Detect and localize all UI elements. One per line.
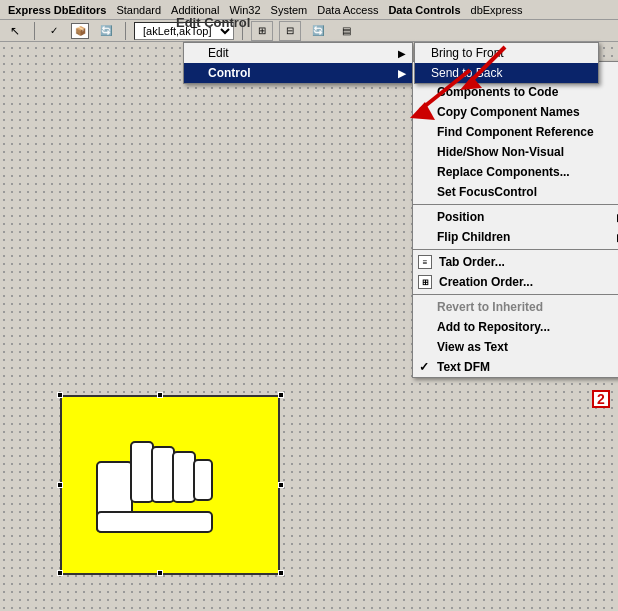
menu-item-control[interactable]: Control Rename Components... Components … [184,63,412,83]
submenu-copy-component-names[interactable]: Copy Component Names [413,102,618,122]
submenu-replace-components[interactable]: Replace Components... [413,162,618,182]
submenu-creation-order[interactable]: ⊞ Creation Order... [413,272,618,292]
control-submenu: Rename Components... Components to Code … [412,61,618,378]
separator1 [413,204,618,205]
menu-item-edit[interactable]: Edit [184,43,412,63]
extra-tool[interactable]: 🔄 [95,21,117,41]
submenu-set-focus[interactable]: Set FocusControl [413,182,618,202]
component-tool[interactable]: 📦 [71,23,89,39]
handle-tl[interactable] [57,392,63,398]
tab-data-controls[interactable]: Data Controls [384,4,464,16]
handle-mr[interactable] [278,482,284,488]
separator2 [413,249,618,250]
tab-system[interactable]: System [267,4,312,16]
yellow-component[interactable] [60,395,280,575]
anchor-dropdown[interactable]: [akLeft,akTop] [134,22,234,40]
tab-data-access[interactable]: Data Access [313,4,382,16]
pointer-tool[interactable]: ↖ [4,21,26,41]
submenu-position[interactable]: Position [413,207,618,227]
divider2 [125,22,126,40]
tab-express-dbeditors[interactable]: Express DbEditors [4,4,110,16]
tools-row: ↖ ✓ 📦 🔄 [akLeft,akTop] ⊞ ⊟ 🔄 ▤ [0,20,618,42]
submenu-tab-order[interactable]: ≡ Tab Order... [413,252,618,272]
submenu-revert: Revert to Inherited [413,297,618,317]
marker-2: 2 [592,390,610,408]
creation-order-icon: ⊞ [417,274,433,290]
bring-to-front-item[interactable]: Bring to Front [415,43,598,63]
svg-rect-4 [194,460,212,500]
handle-ml[interactable] [57,482,63,488]
tab-dbexpress[interactable]: dbExpress [467,4,527,16]
submenu-text-dfm[interactable]: Text DFM [413,357,618,377]
submenu-add-to-repo[interactable]: Add to Repository... [413,317,618,337]
submenu-components-to-code[interactable]: Components to Code [413,82,618,102]
toolbar-tabs: Express DbEditors Standard Additional Wi… [0,0,618,20]
handle-tr[interactable] [278,392,284,398]
send-to-back-item[interactable]: Send to Back [415,63,598,83]
handle-tm[interactable] [157,392,163,398]
tab-additional[interactable]: Additional [167,4,223,16]
divider1 [34,22,35,40]
tab-win32[interactable]: Win32 [225,4,264,16]
divider3 [242,22,243,40]
db-icon4[interactable]: ▤ [335,21,357,41]
submenu-view-as-text[interactable]: View as Text [413,337,618,357]
tab-order-icon: ≡ [417,254,433,270]
handle-br[interactable] [278,570,284,576]
db-icon2[interactable]: ⊟ [279,21,301,41]
handle-bm[interactable] [157,570,163,576]
check-tool[interactable]: ✓ [43,21,65,41]
separator3 [413,294,618,295]
db-icon1[interactable]: ⊞ [251,21,273,41]
submenu-find-component-ref[interactable]: Find Component Reference [413,122,618,142]
context-menu: Edit Control Rename Components... Compon… [183,42,413,84]
front-back-panel: Bring to Front Send to Back [414,42,599,84]
submenu-flip-children[interactable]: Flip Children [413,227,618,247]
svg-rect-3 [173,452,195,502]
submenu-hide-show[interactable]: Hide/Show Non-Visual [413,142,618,162]
db-icon3[interactable]: 🔄 [307,21,329,41]
svg-rect-1 [131,442,153,502]
hand-icon [72,407,232,547]
svg-rect-5 [97,512,212,532]
handle-bl[interactable] [57,570,63,576]
tab-standard[interactable]: Standard [112,4,165,16]
svg-rect-2 [152,447,174,502]
